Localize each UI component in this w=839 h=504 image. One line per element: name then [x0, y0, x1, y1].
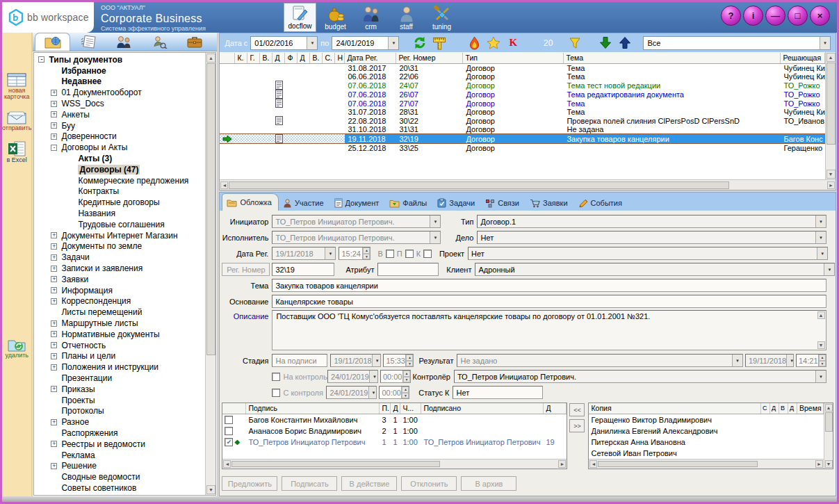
- flag-p-checkbox[interactable]: [405, 250, 414, 258]
- doc-row[interactable]: 07.06.201826\07ДоговорТема редактировани…: [220, 90, 825, 99]
- action-button[interactable]: В архив: [461, 476, 516, 491]
- flag-v-checkbox[interactable]: [386, 250, 394, 258]
- on-control-date-input[interactable]: 24/01/2019 ▼: [327, 370, 378, 383]
- tree-item[interactable]: Трудовые соглашения: [34, 219, 205, 230]
- help-button[interactable]: ?: [721, 6, 741, 26]
- from-control-date-input[interactable]: 24/01/2019 ▼: [326, 386, 377, 399]
- expand-icon[interactable]: +: [51, 232, 57, 238]
- copies-hscrollbar[interactable]: ◄ ►: [589, 459, 824, 469]
- tree-item[interactable]: Распоряжения: [34, 428, 205, 439]
- grid-vertical-scrollbar[interactable]: ▲ ▼: [825, 52, 836, 179]
- from-control-time-input[interactable]: 00:00 ▲▼: [379, 386, 409, 399]
- tree-item[interactable]: Протоколы: [34, 406, 205, 417]
- signature-row[interactable]: ✔◆ТО_Петров Инициатор Петрович111:00ТО_П…: [222, 437, 567, 448]
- signature-row[interactable]: Багов Константин Михайлович311:00: [222, 414, 567, 425]
- description-textarea[interactable]: Поставщик ООО 'ТЦ Комус'обязуется постав…: [272, 310, 826, 350]
- module-crm[interactable]: crm: [355, 3, 387, 32]
- scroll-left-icon[interactable]: ◄: [223, 460, 231, 468]
- sort-ascending-icon[interactable]: [617, 35, 633, 51]
- tree-item[interactable]: +Анкеты: [34, 109, 205, 120]
- chevron-down-icon[interactable]: ▼: [815, 216, 826, 227]
- scroll-left-icon[interactable]: ◄: [220, 181, 228, 189]
- scroll-up-icon[interactable]: ▲: [206, 54, 215, 63]
- stage-date-input[interactable]: 19/11/2018 ▼: [330, 354, 381, 367]
- scroll-thumb[interactable]: [229, 181, 729, 189]
- result-date-input[interactable]: 19/11/2018 ▼: [745, 354, 794, 367]
- tree-item[interactable]: Проекты: [34, 395, 205, 406]
- doc-row[interactable]: 31.10.201831\31ДоговорНе задана: [220, 125, 825, 133]
- column-header[interactable]: [220, 53, 235, 63]
- expand-icon[interactable]: +: [51, 90, 57, 96]
- column-header[interactable]: Решающая: [781, 53, 825, 63]
- tree-item[interactable]: Контракты: [34, 186, 205, 197]
- signature-row[interactable]: Ананасов Борис Владимирович211:00: [222, 425, 567, 437]
- tree-item[interactable]: Договоры (47): [34, 164, 205, 175]
- tree-item[interactable]: +Планы и цели: [34, 351, 205, 362]
- tree-item[interactable]: -Договоры и Акты: [34, 142, 205, 153]
- date-to-input[interactable]: 24/01/2019 ▼: [332, 36, 399, 50]
- scroll-up-icon[interactable]: ▲: [825, 404, 833, 412]
- expand-icon[interactable]: +: [51, 298, 57, 304]
- tab-requests[interactable]: Заявки: [526, 195, 574, 211]
- chevron-down-icon[interactable]: ▼: [824, 263, 834, 275]
- action-button[interactable]: В действие: [341, 476, 397, 491]
- column-header[interactable]: В.: [260, 53, 272, 63]
- minimize-button[interactable]: —: [765, 6, 785, 26]
- description-scrollbar[interactable]: ▲ ▼: [816, 311, 826, 350]
- refresh-icon[interactable]: [412, 35, 428, 51]
- doc-row[interactable]: 22.08.201830\22ДоговорПроверка полей сли…: [220, 116, 825, 125]
- close-button[interactable]: ×: [810, 6, 830, 26]
- time-spinner[interactable]: ▲▼: [405, 355, 413, 366]
- stage-time-input[interactable]: 15:33 ▲▼: [383, 354, 414, 367]
- module-tuning[interactable]: tuning: [425, 3, 458, 32]
- module-budget[interactable]: budget: [319, 3, 352, 32]
- column-header[interactable]: Тема: [564, 53, 781, 63]
- scroll-thumb[interactable]: [826, 63, 836, 145]
- expand-icon[interactable]: +: [51, 243, 57, 250]
- tree-item[interactable]: Реклама: [34, 450, 205, 461]
- tree-item[interactable]: +Маршрутные листы: [34, 318, 205, 329]
- expand-icon[interactable]: +: [51, 441, 57, 447]
- chevron-down-icon[interactable]: ▼: [430, 216, 440, 227]
- type-combo[interactable]: Договор.1 ▼: [477, 215, 826, 228]
- stage-value-field[interactable]: На подписи: [272, 354, 327, 367]
- date-from-input[interactable]: 01/02/2016 ▼: [250, 36, 318, 50]
- from-control-checkbox[interactable]: [272, 389, 280, 397]
- doc-row[interactable]: 25.12.201833\25ДоговорГеращенко: [220, 144, 825, 152]
- tree-item[interactable]: +WSS_Docs: [34, 98, 205, 109]
- tree-item[interactable]: +Реестры и ведомости: [34, 439, 205, 450]
- chevron-down-icon[interactable]: ▼: [817, 247, 827, 259]
- tree-item[interactable]: +Разное: [34, 416, 205, 428]
- time-spinner[interactable]: ▲▼: [818, 355, 826, 366]
- tree-item[interactable]: -Типы документов: [34, 54, 205, 65]
- scroll-thumb[interactable]: [825, 412, 833, 432]
- reg-number-button[interactable]: Рег. Номер: [222, 263, 270, 276]
- signature-checkbox[interactable]: [225, 416, 233, 424]
- scroll-right-icon[interactable]: ►: [815, 460, 823, 468]
- chevron-down-icon[interactable]: ▼: [430, 231, 440, 243]
- column-header[interactable]: Ф: [285, 53, 298, 63]
- chevron-down-icon[interactable]: ▼: [369, 371, 378, 382]
- copies-vscrollbar[interactable]: ▲ ▼: [824, 403, 833, 469]
- tab-links[interactable]: Связи: [481, 195, 526, 211]
- scroll-thumb[interactable]: [206, 63, 215, 355]
- scroll-down-icon[interactable]: ▼: [206, 485, 215, 494]
- scroll-down-icon[interactable]: ▼: [817, 341, 825, 349]
- signatures-hscrollbar[interactable]: ◄ ►: [222, 459, 567, 469]
- k-filter-button[interactable]: K: [509, 37, 517, 49]
- tree-item[interactable]: +01 Документооборот: [34, 87, 205, 98]
- doc-row[interactable]: 31.08.201720\31ДоговорТемаЧубинец Ки: [220, 64, 825, 72]
- collapse-icon[interactable]: -: [51, 145, 57, 151]
- tree-item[interactable]: +Решение: [34, 460, 205, 471]
- chevron-down-icon[interactable]: ▼: [820, 37, 830, 49]
- tree-item[interactable]: Листы перемещений: [34, 307, 205, 318]
- expand-icon[interactable]: +: [51, 122, 57, 129]
- tab-document[interactable]: Документ: [330, 195, 386, 211]
- doc-row[interactable]: 07.06.201824\07ДоговорТема тест новой ре…: [220, 81, 825, 90]
- signature-checkbox[interactable]: [225, 427, 233, 435]
- reg-number-value-field[interactable]: 32\19: [272, 263, 334, 276]
- expand-icon[interactable]: +: [51, 353, 57, 359]
- info-button[interactable]: i: [743, 6, 763, 26]
- column-header[interactable]: Дата Рег.: [345, 53, 396, 63]
- chevron-down-icon[interactable]: ▼: [815, 371, 826, 382]
